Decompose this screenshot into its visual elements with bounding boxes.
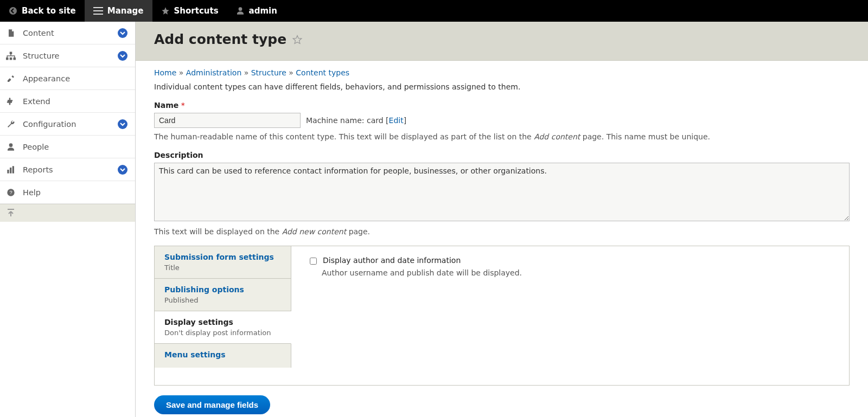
crumb-home[interactable]: Home bbox=[154, 68, 176, 77]
nav-reports[interactable]: Reports bbox=[0, 158, 135, 181]
wrench-icon bbox=[5, 120, 16, 129]
name-label: Name bbox=[154, 101, 178, 110]
nav-label: Configuration bbox=[23, 120, 111, 129]
manage-link[interactable]: Manage bbox=[85, 0, 152, 22]
main-content: Add content type Home » Administration »… bbox=[136, 22, 868, 417]
page-title: Add content type bbox=[154, 31, 286, 47]
tab-panel-display: Display author and date information Auth… bbox=[291, 246, 849, 385]
svg-rect-2 bbox=[93, 10, 103, 11]
svg-rect-10 bbox=[12, 166, 14, 173]
description-label: Description bbox=[154, 151, 203, 159]
collapse-icon bbox=[8, 209, 14, 217]
crumb-admin[interactable]: Administration bbox=[186, 68, 241, 77]
nav-help[interactable]: ? Help bbox=[0, 181, 135, 204]
svg-rect-4 bbox=[10, 52, 12, 54]
shortcuts-link[interactable]: Shortcuts bbox=[152, 0, 227, 22]
chevron-down-icon[interactable] bbox=[118, 119, 127, 129]
machine-name-edit[interactable]: Edit bbox=[389, 116, 404, 125]
svg-rect-5 bbox=[6, 57, 9, 60]
nav-label: Reports bbox=[23, 165, 111, 174]
display-author-checkbox[interactable] bbox=[310, 258, 317, 265]
vtab-submission[interactable]: Submission form settings Title bbox=[155, 246, 291, 279]
svg-rect-6 bbox=[10, 57, 12, 60]
nav-label: Help bbox=[23, 188, 127, 197]
nav-appearance[interactable]: Appearance bbox=[0, 67, 135, 90]
svg-rect-9 bbox=[10, 168, 11, 174]
description-help: This text will be displayed on the Add n… bbox=[154, 227, 850, 236]
name-help: The human-readable name of this content … bbox=[154, 132, 850, 141]
nav-label: People bbox=[23, 143, 127, 151]
user-label: admin bbox=[249, 6, 277, 16]
back-to-site-link[interactable]: Back to site bbox=[0, 0, 85, 22]
nav-label: Structure bbox=[23, 52, 111, 60]
star-icon bbox=[161, 7, 170, 15]
hamburger-icon bbox=[93, 7, 103, 15]
display-author-label: Display author and date information bbox=[323, 256, 461, 265]
nav-label: Appearance bbox=[23, 74, 127, 83]
svg-rect-3 bbox=[93, 14, 103, 15]
svg-rect-7 bbox=[14, 57, 16, 60]
paintbrush-icon bbox=[5, 74, 16, 83]
favorite-star-icon[interactable] bbox=[292, 34, 303, 45]
chevron-left-icon bbox=[9, 7, 17, 15]
shortcuts-label: Shortcuts bbox=[174, 6, 219, 16]
crumb-content-types[interactable]: Content types bbox=[296, 68, 349, 77]
svg-text:?: ? bbox=[9, 190, 12, 195]
nav-label: Extend bbox=[23, 97, 127, 106]
svg-rect-1 bbox=[93, 7, 103, 8]
description-textarea[interactable] bbox=[154, 163, 850, 221]
save-and-manage-fields-button[interactable]: Save and manage fields bbox=[154, 395, 270, 414]
vtab-menu[interactable]: Menu settings bbox=[155, 344, 291, 368]
nav-label: Content bbox=[23, 29, 111, 37]
person-icon bbox=[5, 143, 16, 151]
back-label: Back to site bbox=[22, 6, 76, 16]
settings-tabs: Submission form settings Title Publishin… bbox=[154, 246, 850, 386]
document-icon bbox=[5, 29, 16, 37]
display-author-help: Author username and publish date will be… bbox=[308, 268, 833, 277]
hierarchy-icon bbox=[5, 52, 16, 60]
nav-people[interactable]: People bbox=[0, 136, 135, 158]
puzzle-icon bbox=[5, 97, 16, 106]
chevron-down-icon[interactable] bbox=[118, 165, 127, 175]
machine-name-readout: Machine name: card [Edit] bbox=[306, 116, 406, 125]
nav-extend[interactable]: Extend bbox=[0, 90, 135, 113]
chevron-down-icon[interactable] bbox=[118, 51, 127, 61]
barchart-icon bbox=[5, 165, 16, 174]
admin-toolbar: Back to site Manage Shortcuts admin bbox=[0, 0, 868, 22]
vertical-tabs-list: Submission form settings Title Publishin… bbox=[155, 246, 291, 385]
vtab-display[interactable]: Display settings Don't display post info… bbox=[155, 311, 291, 344]
svg-rect-13 bbox=[8, 209, 14, 210]
help-icon: ? bbox=[5, 188, 16, 197]
svg-point-0 bbox=[9, 7, 17, 15]
name-input[interactable] bbox=[154, 113, 301, 128]
svg-rect-8 bbox=[7, 170, 9, 174]
sidebar-collapse[interactable] bbox=[0, 204, 135, 222]
manage-label: Manage bbox=[107, 6, 144, 16]
admin-sidebar: Content Structure Appearance Extend Conf… bbox=[0, 22, 136, 417]
intro-text: Individual content types can have differ… bbox=[154, 82, 850, 91]
vtab-publishing[interactable]: Publishing options Published bbox=[155, 279, 291, 311]
nav-content[interactable]: Content bbox=[0, 22, 135, 44]
nav-configuration[interactable]: Configuration bbox=[0, 113, 135, 136]
page-title-bar: Add content type bbox=[136, 22, 868, 61]
chevron-down-icon[interactable] bbox=[118, 28, 127, 38]
crumb-structure[interactable]: Structure bbox=[251, 68, 286, 77]
user-link[interactable]: admin bbox=[227, 0, 286, 22]
user-icon bbox=[236, 7, 245, 15]
required-marker: * bbox=[181, 101, 185, 110]
nav-structure[interactable]: Structure bbox=[0, 44, 135, 67]
breadcrumb: Home » Administration » Structure » Cont… bbox=[154, 68, 850, 77]
